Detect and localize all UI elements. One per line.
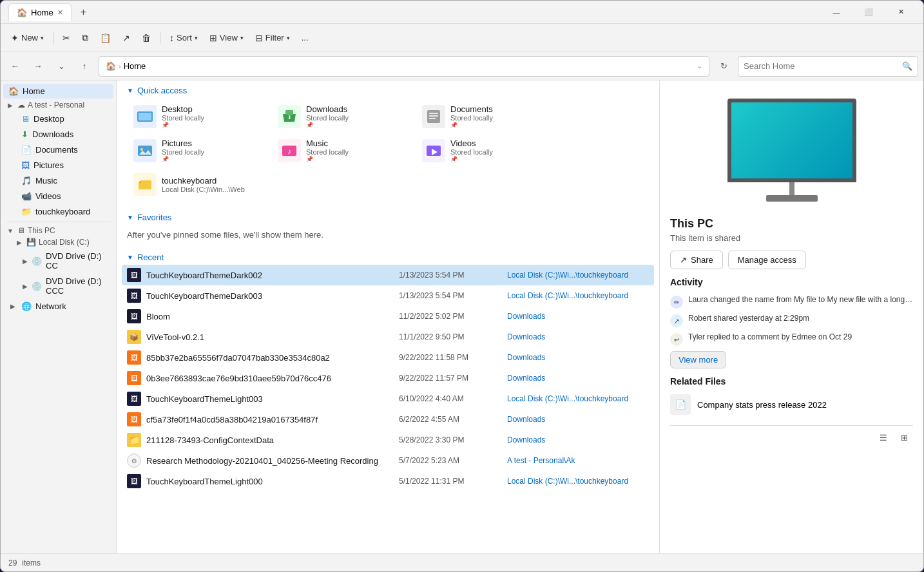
recent-name-10: TouchKeyboardThemeLight000 — [146, 477, 394, 486]
sidebar-pictures-label: Pictures — [34, 160, 97, 170]
refresh-button[interactable]: ↻ — [715, 57, 733, 75]
toolbar: ✦ New ▾ ✂ ⧉ 📋 ↗ 🗑 ↕ Sort ▾ ⊞ View ▾ — [1, 24, 923, 52]
recent-thumb-10: 🖼 — [127, 474, 141, 488]
share-button[interactable]: ↗ — [117, 30, 135, 46]
sidebar-item-touchkeyboard[interactable]: 📁 touchkeyboard — [3, 204, 113, 219]
view-button[interactable]: ⊞ View ▾ — [204, 30, 249, 46]
recent-item-3[interactable]: 📦 ViVeTool-v0.2.1 11/1/2022 9:50 PM Down… — [122, 327, 654, 347]
recent-list: 🖼 TouchKeyboardThemeDark002 1/13/2023 5:… — [117, 265, 659, 491]
sidebar-item-pictures[interactable]: 🖼 Pictures 📌 — [3, 158, 113, 173]
filter-chevron-icon: ▾ — [287, 35, 290, 41]
pictures-name: Pictures — [162, 138, 204, 148]
music-sub: Stored locally — [306, 148, 349, 156]
recent-item-5[interactable]: 🖼 0b3ee7663893cae76e9bd310aee59b70d76cc4… — [122, 368, 654, 388]
monitor-base — [766, 195, 818, 202]
recent-item-9[interactable]: ⊙ Research Methodology-20210401_040256-M… — [122, 450, 654, 471]
sidebar-cloud-section[interactable]: ▶ ☁ A test - Personal — [1, 99, 116, 111]
recent-item-0[interactable]: 🖼 TouchKeyboardThemeDark002 1/13/2023 5:… — [122, 265, 654, 285]
sidebar-item-music[interactable]: 🎵 Music 📌 — [3, 173, 113, 188]
quick-item-downloads[interactable]: ⬇ Downloads Stored locally 📌 — [271, 100, 413, 132]
search-input[interactable] — [744, 61, 898, 71]
share-detail-button[interactable]: ↗ Share — [670, 251, 723, 269]
desktop-folder-icon — [133, 105, 157, 128]
sidebar-localdisk-section[interactable]: ▶ 💾 Local Disk (C:) — [1, 236, 116, 248]
activity-item-2: ↩ Tyler replied to a comment by Edmee on… — [670, 330, 913, 348]
sidebar-thispc-label: This PC — [28, 226, 55, 235]
recent-item-1[interactable]: 🖼 TouchKeyboardThemeDark003 1/13/2023 5:… — [122, 285, 654, 306]
address-path[interactable]: 🏠 › Home ⌄ — [99, 56, 709, 77]
quick-item-pictures[interactable]: Pictures Stored locally 📌 — [127, 135, 269, 166]
cut-button[interactable]: ✂ — [57, 30, 75, 46]
desktop-info: Desktop Stored locally 📌 — [162, 104, 204, 128]
recent-item-4[interactable]: 🖼 85bb37e2ba65556f7da07047bab330e3534c80… — [122, 347, 654, 368]
search-box[interactable]: 🔍 — [738, 56, 918, 77]
documents-name: Documents — [450, 104, 493, 114]
filter-button[interactable]: ⊟ Filter ▾ — [250, 30, 295, 46]
items-label: items — [22, 558, 41, 567]
quick-item-music[interactable]: ♪ Music Stored locally 📌 — [271, 135, 413, 166]
sort-button[interactable]: ↕ Sort ▾ — [164, 30, 203, 46]
recent-date-3: 11/1/2022 9:50 PM — [399, 332, 502, 341]
quick-item-documents[interactable]: Documents Stored locally 📌 — [416, 100, 557, 132]
copy-button[interactable]: ⧉ — [77, 30, 93, 46]
tab-close-button[interactable]: ✕ — [57, 8, 63, 17]
activity-title: Activity — [670, 277, 913, 287]
favorites-header[interactable]: ▼ Favorites — [117, 207, 659, 225]
sidebar-item-home[interactable]: 🏠 Home — [3, 84, 113, 99]
recent-item-2[interactable]: 🖼 Bloom 11/2/2022 5:02 PM Downloads — [122, 306, 654, 327]
sidebar-item-videos[interactable]: 📹 Videos 📌 — [3, 189, 113, 204]
recent-item-6[interactable]: 🖼 TouchKeyboardThemeLight003 6/10/2022 4… — [122, 388, 654, 409]
grid-view-toggle[interactable]: ⊞ — [895, 428, 913, 446]
recent-item-8[interactable]: 📁 211128-73493-ConfigContextData 5/28/20… — [122, 430, 654, 450]
quick-item-videos[interactable]: Videos Stored locally 📌 — [416, 135, 557, 166]
forward-button[interactable]: → — [29, 57, 47, 75]
music-info: Music Stored locally 📌 — [306, 138, 349, 162]
delete-button[interactable]: 🗑 — [137, 30, 156, 46]
close-button[interactable]: ✕ — [886, 2, 916, 23]
quick-item-desktop[interactable]: Desktop Stored locally 📌 — [127, 100, 269, 132]
status-bar: 29 items — [1, 553, 923, 571]
sidebar-item-network[interactable]: ▶ 🌐 Network — [3, 299, 113, 314]
maximize-button[interactable]: ⬜ — [854, 2, 883, 23]
recent-loc-8: Downloads — [507, 435, 649, 444]
pictures-folder-icon — [133, 139, 157, 162]
sidebar-dvd-ccc[interactable]: ▶ 💿 DVD Drive (D:) CCC — [3, 274, 113, 298]
recent-item-10[interactable]: 🖼 TouchKeyboardThemeLight000 5/1/2022 11… — [122, 471, 654, 491]
copy-icon: ⧉ — [82, 32, 88, 43]
recent-item-7[interactable]: 🖼 cf5a73fe0f1f4a0cd58a38b04219a0167354f8… — [122, 409, 654, 430]
new-button[interactable]: ✦ New ▾ — [6, 30, 49, 46]
recent-thumb-2: 🖼 — [127, 309, 141, 323]
new-tab-button[interactable]: + — [77, 5, 90, 19]
related-item-icon-0: 📄 — [670, 394, 691, 415]
downloads-info: Downloads Stored locally 📌 — [306, 104, 349, 128]
touchkeyboard-sub: Local Disk (C:)\Win...\Web — [162, 186, 245, 193]
activity-text-0: Laura changed the name from My file to M… — [688, 295, 913, 304]
music-folder-icon: ♪ — [278, 139, 301, 162]
sidebar-item-documents[interactable]: 📄 Documents 📌 — [3, 142, 113, 157]
desktop-name: Desktop — [162, 104, 204, 114]
more-button[interactable]: ... — [296, 30, 314, 45]
list-view-toggle[interactable]: ☰ — [874, 428, 892, 446]
recent-name-2: Bloom — [146, 312, 394, 321]
tab-home[interactable]: 🏠 Home ✕ — [8, 3, 72, 21]
sidebar-dvd-c[interactable]: ▶ 💿 DVD Drive (D:) CC — [3, 249, 113, 273]
network-expand-icon: ▶ — [8, 302, 17, 311]
quick-item-touchkeyboard[interactable]: touchkeyboard Local Disk (C:)\Win...\Web — [127, 169, 269, 200]
view-more-button[interactable]: View more — [670, 351, 726, 368]
minimize-button[interactable]: — — [822, 2, 851, 23]
recent-button[interactable]: ⌄ — [52, 57, 70, 75]
related-item-0[interactable]: 📄 Company stats press release 2022 — [670, 392, 913, 417]
paste-button[interactable]: 📋 — [95, 30, 116, 46]
sidebar-this-pc-section[interactable]: ▼ 🖥 This PC — [1, 225, 116, 236]
up-button[interactable]: ↑ — [75, 57, 93, 75]
svg-text:⬇: ⬇ — [287, 115, 292, 120]
back-button[interactable]: ← — [6, 57, 24, 75]
touchkeyboard-info: touchkeyboard Local Disk (C:)\Win...\Web — [162, 176, 245, 193]
manage-access-button[interactable]: Manage access — [728, 251, 806, 269]
sidebar-item-desktop[interactable]: 🖥 Desktop 📌 — [3, 111, 113, 126]
quick-access-header[interactable]: ▼ Quick access — [117, 81, 659, 98]
recent-header[interactable]: ▼ Recent — [117, 247, 659, 265]
sidebar-item-downloads[interactable]: ⬇ Downloads 📌 — [3, 127, 113, 142]
documents-sub: Stored locally — [450, 114, 493, 122]
recent-loc-5: Downloads — [507, 374, 649, 383]
